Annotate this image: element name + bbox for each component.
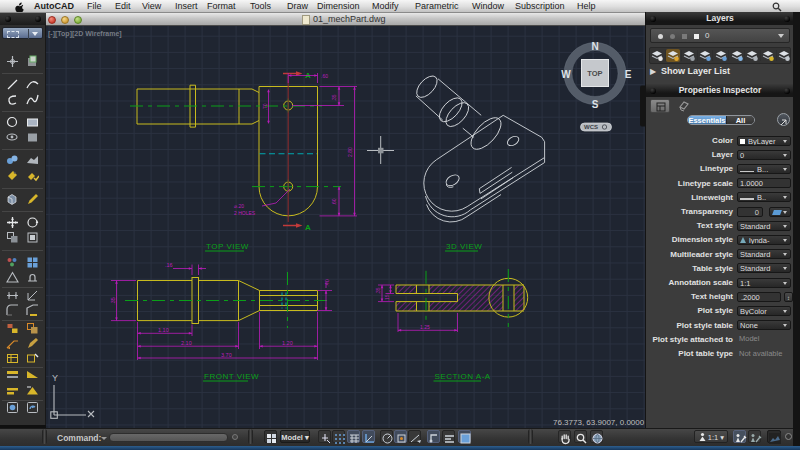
- svg-text:W: W: [561, 69, 571, 80]
- svg-text:Y: Y: [52, 373, 58, 383]
- svg-text:.15: .15: [384, 294, 390, 301]
- svg-text:.35: .35: [331, 94, 337, 101]
- svg-text:N: N: [591, 41, 598, 52]
- svg-text:E: E: [625, 69, 632, 80]
- svg-text:FRONT VIEW: FRONT VIEW: [204, 372, 259, 381]
- svg-text:1.20: 1.20: [282, 340, 293, 346]
- svg-text:.70: .70: [262, 103, 268, 110]
- svg-text:.60: .60: [321, 73, 328, 79]
- svg-text:.35: .35: [375, 287, 381, 294]
- svg-text:2.10: 2.10: [181, 340, 192, 346]
- svg-text:.60: .60: [331, 198, 337, 205]
- svg-text:WCS: WCS: [584, 124, 598, 130]
- svg-text:⌀.20: ⌀.20: [234, 203, 244, 209]
- svg-text:1.25: 1.25: [420, 324, 430, 330]
- svg-text:3.70: 3.70: [221, 352, 232, 358]
- svg-text:.16: .16: [165, 262, 173, 268]
- svg-text:2.80: 2.80: [347, 147, 353, 157]
- svg-text:1.10: 1.10: [158, 327, 169, 333]
- svg-text:TOP VIEW: TOP VIEW: [206, 242, 249, 251]
- svg-text:SECTION A-A: SECTION A-A: [435, 372, 491, 381]
- svg-text:S: S: [592, 99, 599, 110]
- svg-text:.40: .40: [324, 279, 330, 287]
- svg-text:A: A: [305, 71, 311, 80]
- svg-text:A: A: [305, 223, 311, 232]
- svg-text:TOP: TOP: [587, 69, 602, 78]
- svg-text:3D VIEW: 3D VIEW: [446, 242, 482, 251]
- svg-text:76.3773, 63.9007, 0.0000: 76.3773, 63.9007, 0.0000: [553, 418, 645, 427]
- svg-text:[-][Top][2D Wireframe]: [-][Top][2D Wireframe]: [48, 30, 122, 38]
- svg-text:2 HOLES: 2 HOLES: [234, 210, 256, 216]
- svg-text:.35: .35: [110, 297, 116, 305]
